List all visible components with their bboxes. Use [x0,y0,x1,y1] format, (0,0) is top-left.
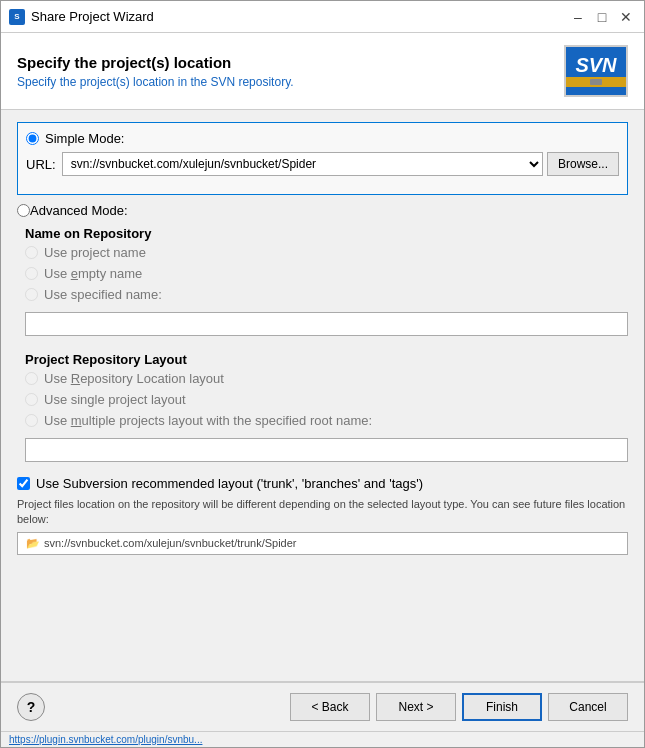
use-specified-name-radio[interactable] [25,288,38,301]
svn-logo-connector [590,79,602,85]
project-layout-title: Project Repository Layout [25,352,628,367]
use-project-name-radio[interactable] [25,246,38,259]
maximize-button[interactable]: □ [592,7,612,27]
simple-mode-radio[interactable] [26,132,39,145]
svn-logo: SVN [564,45,628,97]
app-icon: S [9,9,25,25]
url-combo[interactable]: svn://svnbucket.com/xulejun/svnbucket/Sp… [62,152,543,176]
wizard-window: S Share Project Wizard – □ ✕ Specify the… [0,0,645,748]
use-repo-location-label: Use Repository Location layout [44,371,224,386]
svn-logo-text: SVN [575,55,616,75]
status-url: https://plugin.svnbucket.com/plugin/svnb… [9,734,202,745]
page-title: Specify the project(s) location [17,54,294,71]
minimize-button[interactable]: – [568,7,588,27]
name-on-repo-title: Name on Repository [25,226,628,241]
cancel-button[interactable]: Cancel [548,693,628,721]
name-on-repo-section: Name on Repository Use project name Use … [17,226,628,344]
footer-right: < Back Next > Finish Cancel [290,693,628,721]
simple-mode-box: Simple Mode: URL: svn://svnbucket.com/xu… [17,122,628,195]
footer-area: ? < Back Next > Finish Cancel [1,681,644,731]
help-button[interactable]: ? [17,693,45,721]
status-bar[interactable]: https://plugin.svnbucket.com/plugin/svnb… [1,731,644,747]
finish-button[interactable]: Finish [462,693,542,721]
subversion-checkbox-row: Use Subversion recommended layout ('trun… [17,476,628,491]
window-title: Share Project Wizard [31,9,568,24]
use-single-project-radio[interactable] [25,393,38,406]
header-text: Specify the project(s) location Specify … [17,54,294,89]
subversion-checkbox-label[interactable]: Use Subversion recommended layout ('trun… [36,476,423,491]
simple-mode-label[interactable]: Simple Mode: [45,131,124,146]
use-project-name-label: Use project name [44,245,146,260]
path-value: svn://svnbucket.com/xulejun/svnbucket/tr… [44,537,297,549]
close-button[interactable]: ✕ [616,7,636,27]
next-button[interactable]: Next > [376,693,456,721]
use-project-name-row: Use project name [25,245,628,260]
browse-button[interactable]: Browse... [547,152,619,176]
url-row: URL: svn://svnbucket.com/xulejun/svnbuck… [26,152,619,176]
specified-root-input[interactable]: Spider [25,438,628,462]
use-repo-location-radio[interactable] [25,372,38,385]
simple-mode-row: Simple Mode: [26,131,619,146]
use-multiple-projects-label: Use multiple projects layout with the sp… [44,413,372,428]
svn-logo-bar [566,77,626,87]
page-subtitle: Specify the project(s) location in the S… [17,75,294,89]
use-empty-name-label: Use empty name [44,266,142,281]
advanced-mode-label[interactable]: Advanced Mode: [30,203,128,218]
use-multiple-projects-radio[interactable] [25,414,38,427]
use-specified-name-row: Use specified name: [25,287,628,302]
header-area: Specify the project(s) location Specify … [1,33,644,110]
use-multiple-projects-row: Use multiple projects layout with the sp… [25,413,628,428]
info-text: Project files location on the repository… [17,497,628,528]
footer-left: ? [17,693,45,721]
title-bar: S Share Project Wizard – □ ✕ [1,1,644,33]
use-specified-name-label: Use specified name: [44,287,162,302]
use-repo-location-row: Use Repository Location layout [25,371,628,386]
advanced-mode-radio[interactable] [17,204,30,217]
project-layout-section: Project Repository Layout Use Repository… [17,352,628,470]
url-label: URL: [26,157,56,172]
specified-name-input[interactable]: Spider [25,312,628,336]
path-display: 📂 svn://svnbucket.com/xulejun/svnbucket/… [17,532,628,555]
folder-icon: 📂 [26,537,40,550]
advanced-mode-row: Advanced Mode: [17,203,628,218]
use-single-project-label: Use single project layout [44,392,186,407]
use-single-project-row: Use single project layout [25,392,628,407]
use-empty-name-row: Use empty name [25,266,628,281]
back-button[interactable]: < Back [290,693,370,721]
content-area: Simple Mode: URL: svn://svnbucket.com/xu… [1,110,644,681]
subversion-checkbox[interactable] [17,477,30,490]
window-controls: – □ ✕ [568,7,636,27]
use-empty-name-radio[interactable] [25,267,38,280]
